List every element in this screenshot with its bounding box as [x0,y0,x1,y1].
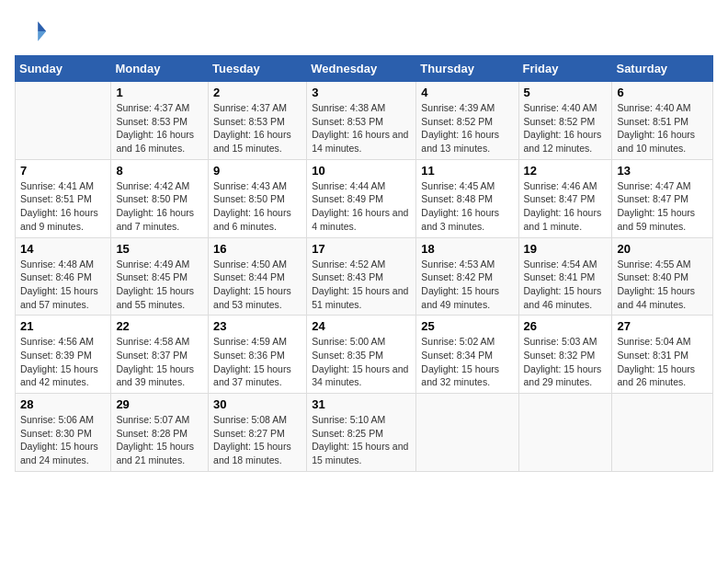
logo-icon [15,15,48,48]
calendar-cell: 9Sunrise: 4:43 AMSunset: 8:50 PMDaylight… [209,159,307,237]
cell-info: Sunrise: 4:48 AMSunset: 8:46 PMDaylight:… [20,258,106,312]
cell-info: Sunrise: 4:39 AMSunset: 8:52 PMDaylight:… [421,101,513,155]
cell-info: Sunrise: 4:37 AMSunset: 8:53 PMDaylight:… [116,101,203,155]
weekday-header-row: SundayMondayTuesdayWednesdayThursdayFrid… [16,56,713,82]
day-number: 24 [312,319,411,333]
calendar-week-row: 21Sunrise: 4:56 AMSunset: 8:39 PMDayligh… [16,316,713,394]
cell-info: Sunrise: 4:54 AMSunset: 8:41 PMDaylight:… [524,258,608,312]
day-number: 10 [312,164,411,178]
day-number: 26 [524,319,608,333]
calendar-cell: 3Sunrise: 4:38 AMSunset: 8:53 PMDaylight… [307,82,416,160]
cell-info: Sunrise: 4:50 AMSunset: 8:44 PMDaylight:… [213,258,301,312]
cell-info: Sunrise: 4:49 AMSunset: 8:45 PMDaylight:… [116,258,203,312]
weekday-header-friday: Friday [518,56,612,82]
calendar-cell: 7Sunrise: 4:41 AMSunset: 8:51 PMDaylight… [16,159,111,237]
cell-info: Sunrise: 4:42 AMSunset: 8:50 PMDaylight:… [116,179,203,234]
day-number: 29 [116,397,203,411]
cell-info: Sunrise: 4:44 AMSunset: 8:49 PMDaylight:… [312,179,411,234]
cell-info: Sunrise: 4:43 AMSunset: 8:50 PMDaylight:… [213,179,301,234]
day-number: 18 [421,242,513,256]
calendar-table: SundayMondayTuesdayWednesdayThursdayFrid… [15,55,713,472]
calendar-cell: 31Sunrise: 5:10 AMSunset: 8:25 PMDayligh… [307,394,416,472]
calendar-week-row: 28Sunrise: 5:06 AMSunset: 8:30 PMDayligh… [16,394,713,472]
cell-info: Sunrise: 4:46 AMSunset: 8:47 PMDaylight:… [524,179,608,234]
day-number: 17 [312,242,411,256]
day-number: 31 [312,397,411,411]
day-number: 30 [213,397,301,411]
day-number: 23 [213,319,301,333]
calendar-cell: 5Sunrise: 4:40 AMSunset: 8:52 PMDaylight… [518,82,612,160]
calendar-week-row: 14Sunrise: 4:48 AMSunset: 8:46 PMDayligh… [16,237,713,316]
calendar-cell: 26Sunrise: 5:03 AMSunset: 8:32 PMDayligh… [518,316,612,394]
calendar-cell: 18Sunrise: 4:53 AMSunset: 8:42 PMDayligh… [416,237,518,316]
calendar-cell: 15Sunrise: 4:49 AMSunset: 8:45 PMDayligh… [111,237,209,316]
cell-info: Sunrise: 4:40 AMSunset: 8:51 PMDaylight:… [617,101,708,155]
calendar-week-row: 7Sunrise: 4:41 AMSunset: 8:51 PMDaylight… [16,159,713,237]
svg-marker-1 [38,31,46,41]
day-number: 5 [524,86,608,99]
day-number: 19 [524,242,608,256]
calendar-cell: 13Sunrise: 4:47 AMSunset: 8:47 PMDayligh… [612,159,713,237]
calendar-cell: 29Sunrise: 5:07 AMSunset: 8:28 PMDayligh… [111,394,209,472]
calendar-cell: 27Sunrise: 5:04 AMSunset: 8:31 PMDayligh… [612,316,713,394]
cell-info: Sunrise: 4:38 AMSunset: 8:53 PMDaylight:… [312,101,411,155]
calendar-week-row: 1Sunrise: 4:37 AMSunset: 8:53 PMDaylight… [16,82,713,160]
day-number: 27 [617,319,708,333]
calendar-cell: 4Sunrise: 4:39 AMSunset: 8:52 PMDaylight… [416,82,518,160]
calendar-cell: 25Sunrise: 5:02 AMSunset: 8:34 PMDayligh… [416,316,518,394]
day-number: 25 [421,319,513,333]
calendar-cell: 17Sunrise: 4:52 AMSunset: 8:43 PMDayligh… [307,237,416,316]
cell-info: Sunrise: 4:37 AMSunset: 8:53 PMDaylight:… [213,101,301,155]
weekday-header-tuesday: Tuesday [209,56,307,82]
day-number: 14 [20,242,106,256]
cell-info: Sunrise: 4:58 AMSunset: 8:37 PMDaylight:… [116,335,203,389]
day-number: 28 [20,397,106,411]
calendar-cell: 10Sunrise: 4:44 AMSunset: 8:49 PMDayligh… [307,159,416,237]
calendar-cell: 20Sunrise: 4:55 AMSunset: 8:40 PMDayligh… [612,237,713,316]
day-number: 2 [213,86,301,99]
cell-info: Sunrise: 4:55 AMSunset: 8:40 PMDaylight:… [617,258,708,312]
day-number: 11 [421,164,513,178]
calendar-cell [612,394,713,472]
cell-info: Sunrise: 4:53 AMSunset: 8:42 PMDaylight:… [421,258,513,312]
calendar-cell: 14Sunrise: 4:48 AMSunset: 8:46 PMDayligh… [16,237,111,316]
day-number: 8 [116,164,203,178]
calendar-cell: 12Sunrise: 4:46 AMSunset: 8:47 PMDayligh… [518,159,612,237]
weekday-header-sunday: Sunday [16,56,111,82]
calendar-cell: 16Sunrise: 4:50 AMSunset: 8:44 PMDayligh… [209,237,307,316]
day-number: 15 [116,242,203,256]
day-number: 12 [524,164,608,178]
calendar-cell: 11Sunrise: 4:45 AMSunset: 8:48 PMDayligh… [416,159,518,237]
cell-info: Sunrise: 5:08 AMSunset: 8:27 PMDaylight:… [213,413,301,467]
calendar-cell: 6Sunrise: 4:40 AMSunset: 8:51 PMDaylight… [612,82,713,160]
day-number: 16 [213,242,301,256]
cell-info: Sunrise: 5:10 AMSunset: 8:25 PMDaylight:… [312,413,411,467]
calendar-cell: 1Sunrise: 4:37 AMSunset: 8:53 PMDaylight… [111,82,209,160]
cell-info: Sunrise: 4:45 AMSunset: 8:48 PMDaylight:… [421,179,513,234]
calendar-cell: 8Sunrise: 4:42 AMSunset: 8:50 PMDaylight… [111,159,209,237]
day-number: 13 [617,164,708,178]
cell-info: Sunrise: 4:41 AMSunset: 8:51 PMDaylight:… [20,179,106,234]
weekday-header-saturday: Saturday [612,56,713,82]
calendar-cell: 23Sunrise: 4:59 AMSunset: 8:36 PMDayligh… [209,316,307,394]
calendar-cell [16,82,111,160]
day-number: 9 [213,164,301,178]
calendar-cell: 21Sunrise: 4:56 AMSunset: 8:39 PMDayligh… [16,316,111,394]
calendar-cell [416,394,518,472]
day-number: 22 [116,319,203,333]
calendar-cell: 28Sunrise: 5:06 AMSunset: 8:30 PMDayligh… [16,394,111,472]
logo [15,15,51,48]
day-number: 6 [617,86,708,99]
svg-marker-0 [38,21,46,31]
cell-info: Sunrise: 5:04 AMSunset: 8:31 PMDaylight:… [617,335,708,389]
cell-info: Sunrise: 5:07 AMSunset: 8:28 PMDaylight:… [116,413,203,467]
day-number: 7 [20,164,106,178]
cell-info: Sunrise: 4:59 AMSunset: 8:36 PMDaylight:… [213,335,301,389]
day-number: 3 [312,86,411,99]
calendar-cell: 2Sunrise: 4:37 AMSunset: 8:53 PMDaylight… [209,82,307,160]
cell-info: Sunrise: 4:56 AMSunset: 8:39 PMDaylight:… [20,335,106,389]
day-number: 20 [617,242,708,256]
calendar-cell: 24Sunrise: 5:00 AMSunset: 8:35 PMDayligh… [307,316,416,394]
calendar-cell: 30Sunrise: 5:08 AMSunset: 8:27 PMDayligh… [209,394,307,472]
cell-info: Sunrise: 4:47 AMSunset: 8:47 PMDaylight:… [617,179,708,234]
